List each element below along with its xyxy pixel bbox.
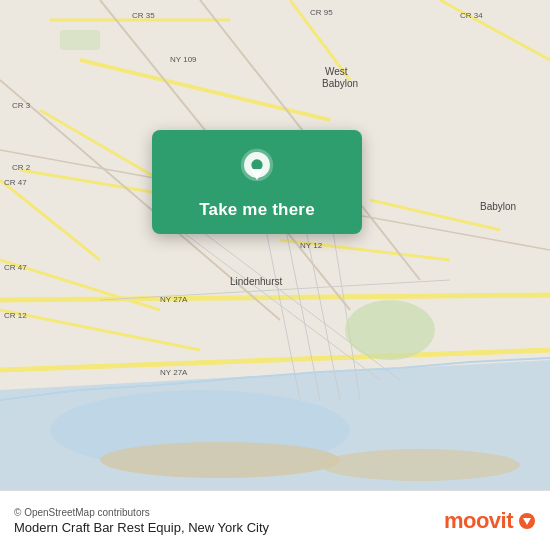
svg-text:CR 47: CR 47 bbox=[4, 263, 27, 272]
svg-text:NY 12: NY 12 bbox=[300, 241, 323, 250]
bottom-left-info: © OpenStreetMap contributors Modern Craf… bbox=[14, 507, 269, 535]
bottom-bar: © OpenStreetMap contributors Modern Craf… bbox=[0, 490, 550, 550]
place-name-label: Modern Craft Bar Rest Equip, New York Ci… bbox=[14, 520, 269, 535]
svg-text:NY 27A: NY 27A bbox=[160, 295, 188, 304]
svg-point-46 bbox=[320, 449, 520, 481]
moovit-dot-icon bbox=[518, 512, 536, 530]
svg-text:West: West bbox=[325, 66, 348, 77]
svg-text:CR 47: CR 47 bbox=[4, 178, 27, 187]
map-container: CR 35 CR 95 CR 34 CR 3 CR 2 CR 47 CR 47 … bbox=[0, 0, 550, 490]
svg-text:CR 2: CR 2 bbox=[12, 163, 31, 172]
location-pin-icon bbox=[236, 148, 278, 190]
take-me-there-button[interactable]: Take me there bbox=[199, 200, 315, 220]
map-attribution: © OpenStreetMap contributors bbox=[14, 507, 269, 518]
moovit-logo: moovit bbox=[444, 508, 536, 534]
moovit-brand-text: moovit bbox=[444, 508, 513, 534]
svg-text:CR 35: CR 35 bbox=[132, 11, 155, 20]
svg-text:CR 34: CR 34 bbox=[460, 11, 483, 20]
svg-text:Babylon: Babylon bbox=[480, 201, 516, 212]
svg-point-45 bbox=[100, 442, 340, 478]
svg-text:Lindenhurst: Lindenhurst bbox=[230, 276, 282, 287]
svg-text:CR 12: CR 12 bbox=[4, 311, 27, 320]
svg-text:Babylon: Babylon bbox=[322, 78, 358, 89]
location-card[interactable]: Take me there bbox=[152, 130, 362, 234]
svg-point-27 bbox=[345, 300, 435, 360]
svg-text:CR 95: CR 95 bbox=[310, 8, 333, 17]
svg-text:NY 109: NY 109 bbox=[170, 55, 197, 64]
map-background: CR 35 CR 95 CR 34 CR 3 CR 2 CR 47 CR 47 … bbox=[0, 0, 550, 490]
svg-text:CR 3: CR 3 bbox=[12, 101, 31, 110]
svg-point-49 bbox=[251, 159, 262, 170]
svg-text:NY 27A: NY 27A bbox=[160, 368, 188, 377]
svg-rect-28 bbox=[60, 30, 100, 50]
